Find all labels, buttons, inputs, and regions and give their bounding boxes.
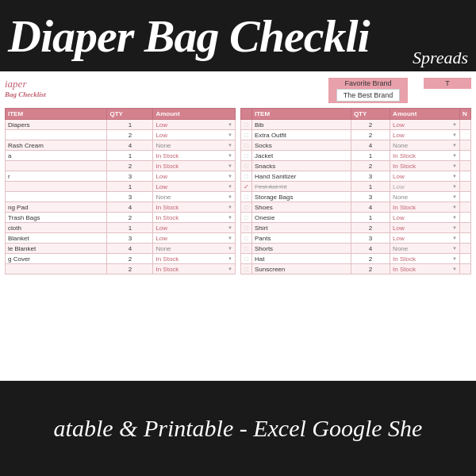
- checkbox-unchecked[interactable]: □: [244, 266, 248, 273]
- subtitle: Spreads: [413, 48, 468, 68]
- dropdown-arrow-icon[interactable]: ▼: [228, 236, 232, 240]
- t2-qty: 2: [351, 130, 390, 140]
- checkbox-unchecked[interactable]: □: [244, 204, 248, 211]
- t2-check[interactable]: □: [241, 254, 252, 264]
- dropdown-arrow-icon[interactable]: ▼: [452, 132, 457, 137]
- dropdown-arrow-icon[interactable]: ▼: [452, 256, 457, 261]
- bottom-banner: atable & Printable - Excel Google She: [0, 381, 476, 476]
- dropdown-arrow-icon[interactable]: ▼: [228, 153, 232, 158]
- dropdown-arrow-icon[interactable]: ▼: [228, 143, 232, 148]
- t2-amount: Low ▼: [390, 130, 460, 140]
- t2-check[interactable]: □: [241, 130, 252, 140]
- checkbox-unchecked[interactable]: □: [244, 194, 248, 201]
- dropdown-arrow-icon[interactable]: ▼: [228, 246, 232, 251]
- spreadsheet-header: iaper Bag Checklist Favorite Brand The B…: [5, 78, 471, 103]
- t2-item: Extra Outfit: [252, 130, 351, 140]
- t2-n: [460, 120, 471, 130]
- t2-check[interactable]: □: [241, 120, 252, 130]
- dropdown-arrow-icon[interactable]: ▼: [228, 215, 232, 220]
- dropdown-arrow-icon[interactable]: ▼: [452, 236, 457, 240]
- checkbox-unchecked[interactable]: □: [244, 142, 248, 149]
- dropdown-arrow-icon[interactable]: ▼: [452, 246, 457, 251]
- middle-section: iaper Bag Checklist Favorite Brand The B…: [0, 71, 476, 381]
- table-row: □ Shoes 4 In Stock ▼: [241, 202, 471, 213]
- t2-check[interactable]: □: [241, 264, 252, 274]
- t2-check[interactable]: □: [241, 151, 252, 161]
- checkbox-unchecked[interactable]: □: [244, 255, 248, 263]
- dropdown-arrow-icon[interactable]: ▼: [228, 225, 232, 230]
- t2-n: [460, 130, 471, 140]
- checkbox-unchecked[interactable]: □: [244, 235, 248, 242]
- tables-container: ITEM QTY Amount Diapers 1 Low ▼ 2: [5, 108, 471, 378]
- t1-item: Diapers: [6, 120, 107, 130]
- dropdown-arrow-icon[interactable]: ▼: [228, 132, 232, 137]
- t2-amount: Low ▼: [390, 223, 460, 233]
- dropdown-arrow-icon[interactable]: ▼: [452, 143, 457, 148]
- t2-qty: 1: [351, 213, 390, 223]
- checkbox-unchecked[interactable]: □: [244, 245, 248, 252]
- t2-check[interactable]: □: [241, 171, 252, 182]
- t2-amount: In Stock ▼: [390, 151, 460, 161]
- checkbox-unchecked[interactable]: □: [244, 214, 248, 221]
- dropdown-arrow-icon[interactable]: ▼: [452, 174, 457, 178]
- dropdown-arrow-icon[interactable]: ▼: [452, 153, 457, 158]
- table-row: 2 In Stock ▼: [6, 264, 236, 274]
- t2-check[interactable]: □: [241, 192, 252, 202]
- t2-check[interactable]: □: [241, 244, 252, 254]
- t1-amount: None ▼: [153, 192, 236, 202]
- checkbox-checked[interactable]: ✓: [244, 183, 249, 190]
- table-row: ✓ First Aid Kit 1 Low ▼: [241, 182, 471, 192]
- dropdown-arrow-icon[interactable]: ▼: [228, 184, 232, 189]
- dropdown-arrow-icon[interactable]: ▼: [228, 267, 232, 271]
- t2-item: Snacks: [252, 161, 351, 171]
- dropdown-arrow-icon[interactable]: ▼: [228, 194, 232, 199]
- checkbox-unchecked[interactable]: □: [244, 173, 248, 180]
- t2-item: Storage Bags: [252, 192, 351, 202]
- t1-item: a: [6, 151, 107, 161]
- t1-qty: 2: [107, 254, 153, 264]
- t2-check[interactable]: □: [241, 213, 252, 223]
- dropdown-arrow-icon[interactable]: ▼: [452, 225, 457, 230]
- t2-col-amount: Amount: [390, 109, 460, 120]
- t2-amount: Low ▼: [390, 120, 460, 130]
- t2-col-check: [241, 109, 252, 120]
- dropdown-arrow-icon[interactable]: ▼: [228, 205, 232, 209]
- t2-qty: 2: [351, 223, 390, 233]
- t1-item: g Cover: [6, 254, 107, 264]
- dropdown-arrow-icon[interactable]: ▼: [228, 163, 232, 168]
- dropdown-arrow-icon[interactable]: ▼: [452, 122, 457, 127]
- dropdown-arrow-icon[interactable]: ▼: [228, 174, 232, 178]
- t2-item: Bib: [252, 120, 351, 130]
- table-row: □ Pants 3 Low ▼: [241, 233, 471, 244]
- t2-check[interactable]: □: [241, 161, 252, 171]
- top-banner: Diaper Bag Checkli Spreads: [0, 0, 476, 71]
- t2-amount: None ▼: [390, 192, 460, 202]
- dropdown-arrow-icon[interactable]: ▼: [452, 163, 457, 168]
- table-row: □ Shirt 2 Low ▼: [241, 223, 471, 233]
- dropdown-arrow-icon[interactable]: ▼: [452, 194, 457, 199]
- dropdown-arrow-icon[interactable]: ▼: [228, 256, 232, 261]
- t2-check[interactable]: □: [241, 233, 252, 244]
- table1: ITEM QTY Amount Diapers 1 Low ▼ 2: [5, 108, 236, 274]
- t2-check[interactable]: ✓: [241, 182, 252, 192]
- t1-amount: Low ▼: [153, 223, 236, 233]
- t1-amount: Low ▼: [153, 182, 236, 192]
- t1-col-qty: QTY: [107, 109, 153, 120]
- t2-check[interactable]: □: [241, 140, 252, 151]
- t2-qty: 4: [351, 202, 390, 213]
- dropdown-arrow-icon[interactable]: ▼: [452, 267, 457, 271]
- table-row: □ Onesie 1 Low ▼: [241, 213, 471, 223]
- dropdown-arrow-icon[interactable]: ▼: [452, 184, 457, 189]
- t2-check[interactable]: □: [241, 202, 252, 213]
- t2-check[interactable]: □: [241, 223, 252, 233]
- checkbox-unchecked[interactable]: □: [244, 225, 248, 232]
- checkbox-unchecked[interactable]: □: [244, 163, 248, 170]
- dropdown-arrow-icon[interactable]: ▼: [452, 215, 457, 220]
- checkbox-unchecked[interactable]: □: [244, 152, 248, 159]
- checkbox-unchecked[interactable]: □: [244, 132, 248, 139]
- checkbox-unchecked[interactable]: □: [244, 121, 248, 129]
- t1-qty: 1: [107, 151, 153, 161]
- dropdown-arrow-icon[interactable]: ▼: [228, 122, 232, 127]
- dropdown-arrow-icon[interactable]: ▼: [452, 205, 457, 209]
- t2-qty: 2: [351, 254, 390, 264]
